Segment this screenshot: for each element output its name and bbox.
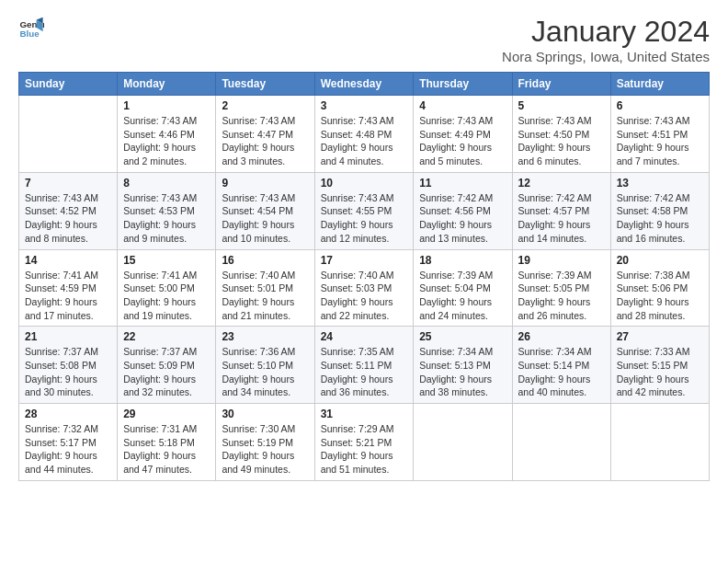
day-info: Sunrise: 7:39 AMSunset: 5:04 PMDaylight:… (419, 269, 506, 323)
day-info: Sunrise: 7:37 AMSunset: 5:09 PMDaylight:… (123, 345, 210, 399)
day-info: Sunrise: 7:43 AMSunset: 4:48 PMDaylight:… (321, 114, 408, 168)
calendar-cell: 5Sunrise: 7:43 AMSunset: 4:50 PMDaylight… (512, 96, 610, 173)
col-header-thursday: Thursday (414, 73, 512, 96)
day-info: Sunrise: 7:37 AMSunset: 5:08 PMDaylight:… (25, 345, 111, 399)
calendar-cell: 28Sunrise: 7:32 AMSunset: 5:17 PMDayligh… (19, 404, 118, 481)
day-number: 25 (419, 330, 506, 343)
col-header-saturday: Saturday (610, 73, 709, 96)
day-number: 30 (222, 408, 308, 420)
day-info: Sunrise: 7:43 AMSunset: 4:49 PMDaylight:… (419, 114, 506, 168)
calendar-cell: 15Sunrise: 7:41 AMSunset: 5:00 PMDayligh… (118, 249, 216, 327)
day-number: 5 (518, 99, 605, 112)
calendar-cell (610, 404, 709, 481)
week-row-4: 21Sunrise: 7:37 AMSunset: 5:08 PMDayligh… (19, 327, 710, 404)
day-info: Sunrise: 7:41 AMSunset: 5:00 PMDaylight:… (123, 269, 210, 323)
calendar-cell: 12Sunrise: 7:42 AMSunset: 4:57 PMDayligh… (512, 172, 610, 249)
calendar-cell: 13Sunrise: 7:42 AMSunset: 4:58 PMDayligh… (610, 172, 709, 249)
calendar-cell (512, 404, 610, 481)
day-number: 23 (222, 330, 308, 343)
calendar-cell: 1Sunrise: 7:43 AMSunset: 4:46 PMDaylight… (118, 96, 216, 173)
day-info: Sunrise: 7:42 AMSunset: 4:57 PMDaylight:… (518, 191, 605, 246)
calendar-cell: 25Sunrise: 7:34 AMSunset: 5:13 PMDayligh… (414, 327, 512, 404)
calendar-cell: 10Sunrise: 7:43 AMSunset: 4:55 PMDayligh… (314, 172, 414, 249)
day-number: 17 (321, 254, 408, 267)
calendar-cell: 30Sunrise: 7:30 AMSunset: 5:19 PMDayligh… (216, 404, 314, 481)
calendar-cell: 21Sunrise: 7:37 AMSunset: 5:08 PMDayligh… (19, 327, 118, 404)
day-number: 15 (123, 254, 210, 267)
day-number: 22 (123, 330, 210, 343)
day-info: Sunrise: 7:40 AMSunset: 5:01 PMDaylight:… (222, 269, 308, 323)
col-header-friday: Friday (512, 73, 610, 96)
title-area: January 2024 Nora Springs, Iowa, United … (502, 15, 710, 64)
day-info: Sunrise: 7:33 AMSunset: 5:15 PMDaylight:… (617, 345, 703, 399)
day-info: Sunrise: 7:38 AMSunset: 5:06 PMDaylight:… (617, 269, 703, 323)
calendar-cell: 7Sunrise: 7:43 AMSunset: 4:52 PMDaylight… (19, 172, 118, 249)
calendar-cell: 6Sunrise: 7:43 AMSunset: 4:51 PMDaylight… (610, 96, 709, 173)
day-number: 13 (617, 177, 703, 190)
calendar-cell: 18Sunrise: 7:39 AMSunset: 5:04 PMDayligh… (414, 249, 512, 327)
week-row-2: 7Sunrise: 7:43 AMSunset: 4:52 PMDaylight… (19, 172, 710, 249)
week-row-3: 14Sunrise: 7:41 AMSunset: 4:59 PMDayligh… (19, 249, 710, 327)
logo: General Blue (18, 15, 44, 40)
day-info: Sunrise: 7:39 AMSunset: 5:05 PMDaylight:… (518, 269, 605, 323)
calendar-header-row: SundayMondayTuesdayWednesdayThursdayFrid… (19, 73, 710, 96)
day-number: 3 (321, 99, 408, 112)
day-info: Sunrise: 7:42 AMSunset: 4:58 PMDaylight:… (617, 191, 703, 246)
calendar-cell: 8Sunrise: 7:43 AMSunset: 4:53 PMDaylight… (118, 172, 216, 249)
day-info: Sunrise: 7:43 AMSunset: 4:46 PMDaylight:… (123, 114, 210, 168)
calendar-cell: 17Sunrise: 7:40 AMSunset: 5:03 PMDayligh… (314, 249, 414, 327)
calendar-cell (19, 96, 118, 173)
week-row-1: 1Sunrise: 7:43 AMSunset: 4:46 PMDaylight… (19, 96, 710, 173)
day-number: 6 (617, 99, 703, 112)
calendar-cell: 19Sunrise: 7:39 AMSunset: 5:05 PMDayligh… (512, 249, 610, 327)
day-info: Sunrise: 7:36 AMSunset: 5:10 PMDaylight:… (222, 345, 308, 399)
calendar-cell: 26Sunrise: 7:34 AMSunset: 5:14 PMDayligh… (512, 327, 610, 404)
day-number: 4 (419, 99, 506, 112)
day-info: Sunrise: 7:31 AMSunset: 5:18 PMDaylight:… (123, 422, 210, 477)
day-number: 20 (617, 254, 703, 267)
day-info: Sunrise: 7:30 AMSunset: 5:19 PMDaylight:… (222, 422, 308, 477)
day-number: 16 (222, 254, 308, 267)
page-header: General Blue January 2024 Nora Springs, … (18, 15, 710, 64)
day-info: Sunrise: 7:29 AMSunset: 5:21 PMDaylight:… (321, 422, 408, 477)
day-info: Sunrise: 7:43 AMSunset: 4:54 PMDaylight:… (222, 191, 308, 246)
day-number: 10 (321, 177, 408, 190)
calendar-cell: 9Sunrise: 7:43 AMSunset: 4:54 PMDaylight… (216, 172, 314, 249)
month-title: January 2024 (502, 15, 710, 49)
day-info: Sunrise: 7:35 AMSunset: 5:11 PMDaylight:… (321, 345, 408, 399)
calendar-cell: 2Sunrise: 7:43 AMSunset: 4:47 PMDaylight… (216, 96, 314, 173)
col-header-tuesday: Tuesday (216, 73, 314, 96)
day-number: 1 (123, 99, 210, 112)
day-number: 12 (518, 177, 605, 190)
calendar-cell: 3Sunrise: 7:43 AMSunset: 4:48 PMDaylight… (314, 96, 414, 173)
day-number: 7 (25, 177, 111, 190)
day-info: Sunrise: 7:34 AMSunset: 5:14 PMDaylight:… (518, 345, 605, 399)
day-number: 9 (222, 177, 308, 190)
calendar-cell: 29Sunrise: 7:31 AMSunset: 5:18 PMDayligh… (118, 404, 216, 481)
day-info: Sunrise: 7:40 AMSunset: 5:03 PMDaylight:… (321, 269, 408, 323)
col-header-sunday: Sunday (19, 73, 118, 96)
day-number: 29 (123, 408, 210, 420)
calendar-cell: 20Sunrise: 7:38 AMSunset: 5:06 PMDayligh… (610, 249, 709, 327)
day-info: Sunrise: 7:43 AMSunset: 4:53 PMDaylight:… (123, 191, 210, 246)
week-row-5: 28Sunrise: 7:32 AMSunset: 5:17 PMDayligh… (19, 404, 710, 481)
calendar-cell: 14Sunrise: 7:41 AMSunset: 4:59 PMDayligh… (19, 249, 118, 327)
day-number: 19 (518, 254, 605, 267)
day-info: Sunrise: 7:43 AMSunset: 4:55 PMDaylight:… (321, 191, 408, 246)
day-number: 26 (518, 330, 605, 343)
calendar-cell: 4Sunrise: 7:43 AMSunset: 4:49 PMDaylight… (414, 96, 512, 173)
day-number: 11 (419, 177, 506, 190)
day-info: Sunrise: 7:42 AMSunset: 4:56 PMDaylight:… (419, 191, 506, 246)
calendar-cell: 22Sunrise: 7:37 AMSunset: 5:09 PMDayligh… (118, 327, 216, 404)
calendar-cell: 24Sunrise: 7:35 AMSunset: 5:11 PMDayligh… (314, 327, 414, 404)
col-header-monday: Monday (118, 73, 216, 96)
calendar-cell: 23Sunrise: 7:36 AMSunset: 5:10 PMDayligh… (216, 327, 314, 404)
calendar-cell (414, 404, 512, 481)
day-info: Sunrise: 7:41 AMSunset: 4:59 PMDaylight:… (25, 269, 111, 323)
day-number: 24 (321, 330, 408, 343)
calendar-table: SundayMondayTuesdayWednesdayThursdayFrid… (18, 72, 710, 481)
day-number: 14 (25, 254, 111, 267)
calendar-cell: 11Sunrise: 7:42 AMSunset: 4:56 PMDayligh… (414, 172, 512, 249)
calendar-cell: 27Sunrise: 7:33 AMSunset: 5:15 PMDayligh… (610, 327, 709, 404)
day-info: Sunrise: 7:43 AMSunset: 4:51 PMDaylight:… (617, 114, 703, 168)
